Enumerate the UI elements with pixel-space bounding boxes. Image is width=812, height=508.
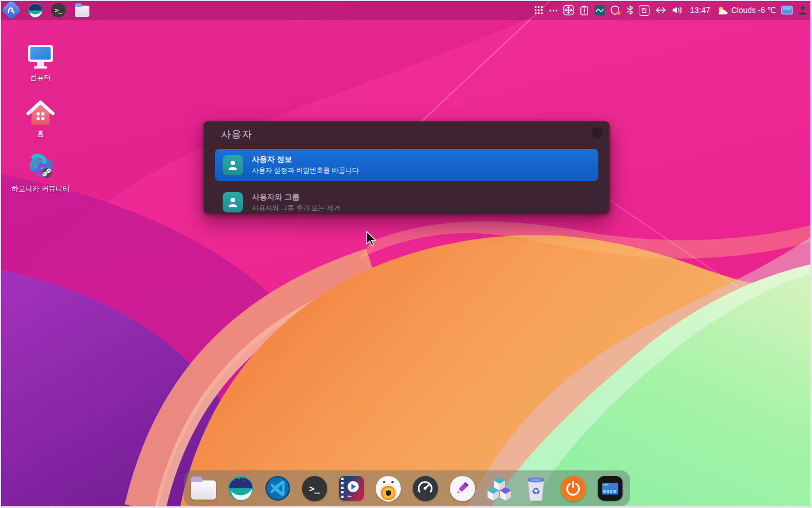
- dialog-title: 사용자: [221, 128, 252, 141]
- menu-item-subtitle: 사용자와 그룹 추가 또는 제거: [252, 203, 340, 213]
- pencil-icon: [450, 476, 475, 501]
- desktop-icon-computer[interactable]: 컴퓨터: [7, 43, 74, 83]
- dock-system-monitor[interactable]: [412, 475, 439, 502]
- desktop-icon-home[interactable]: 홈: [7, 100, 74, 139]
- security-shield-button[interactable]: [610, 5, 621, 16]
- dock-trash[interactable]: ♻: [523, 475, 549, 502]
- menu-item-users-groups[interactable]: 사용자와 그룹 사용자와 그룹 추가 또는 제거: [215, 188, 598, 217]
- dock-vscode[interactable]: [264, 475, 291, 502]
- bluetooth-icon: [626, 5, 634, 15]
- folder-icon: [75, 6, 89, 17]
- dock-audacious-player[interactable]: [375, 475, 402, 502]
- pan-applet-button[interactable]: [563, 4, 574, 16]
- menu-item-subtitle: 사용자 설정과 비밀번호를 바꿉니다: [252, 166, 359, 175]
- dock-power[interactable]: [560, 475, 587, 502]
- wave-icon: [594, 5, 605, 16]
- folder-icon: [191, 480, 216, 500]
- cubes-icon: [486, 476, 512, 501]
- clipboard-icon: [579, 5, 589, 16]
- volume-button[interactable]: [672, 5, 684, 15]
- cloud-sun-icon: [716, 6, 729, 15]
- move-arrows-icon: [563, 4, 574, 16]
- trash-icon: ♻: [525, 476, 547, 501]
- panel-left-launchers: >_: [3, 0, 90, 20]
- audacious-icon: [376, 476, 401, 501]
- desktop-panel-icon: [598, 476, 622, 501]
- desktop-icon-label: 컴퓨터: [30, 73, 51, 83]
- speaker-icon: [672, 5, 684, 15]
- whale-icon: [228, 475, 254, 501]
- clipboard-applet-button[interactable]: [579, 5, 589, 16]
- user-silhouette-icon: [798, 5, 808, 15]
- community-link-icon: [25, 152, 56, 181]
- mouse-cursor: [364, 230, 377, 247]
- shield-icon: [610, 5, 621, 16]
- svg-text:♻: ♻: [532, 486, 540, 497]
- desktop-icon-label: 하모니카 커뮤니티: [11, 184, 69, 194]
- whale-icon: [28, 3, 43, 18]
- desktop-icon-label: 홈: [37, 129, 44, 139]
- top-panel: >_ ⋯: [0, 0, 812, 20]
- vscode-icon: [265, 475, 291, 501]
- network-connection-button[interactable]: [655, 6, 667, 14]
- wave-app-tray-button[interactable]: [594, 5, 605, 16]
- bluetooth-button[interactable]: [626, 5, 634, 15]
- user-badge-icon: [223, 155, 243, 175]
- whale-browser-launcher[interactable]: [27, 2, 43, 18]
- terminal-icon: >_: [51, 3, 66, 17]
- computer-icon: [26, 43, 55, 70]
- gauge-icon: [413, 476, 438, 501]
- user-applet-button[interactable]: [798, 5, 808, 15]
- clock[interactable]: 13:47: [689, 6, 712, 15]
- home-icon: [26, 100, 55, 126]
- weather-text: Clouds -6 ℃: [731, 6, 776, 15]
- users-dialog: 사용자 사용자 정보 사용자 설정과 비밀번호를 바꿉니다 사용자와 그룹 사용…: [204, 121, 610, 214]
- hamonikr-logo-icon: [1, 0, 22, 20]
- power-icon: [561, 476, 586, 501]
- display-settings-button[interactable]: [781, 6, 793, 15]
- dock-file-manager[interactable]: [191, 475, 217, 502]
- link-arrows-icon: [655, 6, 667, 14]
- dock: >_ ←: [184, 470, 630, 506]
- dock-package-manager[interactable]: [486, 475, 512, 502]
- ime-indicator[interactable]: 한: [639, 5, 649, 16]
- terminal-icon: >_: [302, 476, 327, 501]
- dock-whale-browser[interactable]: [228, 475, 254, 502]
- hamonikr-menu-button[interactable]: [3, 2, 19, 18]
- weather-applet[interactable]: Clouds -6 ℃: [716, 6, 776, 15]
- dock-terminal[interactable]: >_: [301, 475, 328, 502]
- close-button[interactable]: [592, 127, 603, 138]
- system-tray: ⋯: [534, 0, 808, 20]
- desktop-icon-hamonikr-community[interactable]: 하모니카 커뮤니티: [7, 152, 74, 194]
- menu-item-title: 사용자 정보: [252, 155, 359, 165]
- menu-item-user-info[interactable]: 사용자 정보 사용자 설정과 비밀번호를 바꿉니다: [215, 149, 598, 181]
- terminal-launcher[interactable]: >_: [51, 2, 66, 18]
- app-grid-button[interactable]: [534, 5, 544, 15]
- video-player-icon: ←: [339, 476, 364, 501]
- more-applets-button[interactable]: ⋯: [549, 5, 558, 16]
- grid-icon: [534, 5, 544, 15]
- dock-video-player[interactable]: ←: [339, 475, 365, 502]
- user-badge-icon: [223, 192, 243, 212]
- dock-display-settings[interactable]: [597, 475, 623, 502]
- file-manager-launcher[interactable]: [74, 2, 90, 18]
- dock-text-editor[interactable]: [449, 475, 476, 502]
- menu-item-title: 사용자와 그룹: [252, 192, 340, 202]
- desktop-wallpaper: [0, 0, 812, 508]
- display-icon: [781, 6, 793, 15]
